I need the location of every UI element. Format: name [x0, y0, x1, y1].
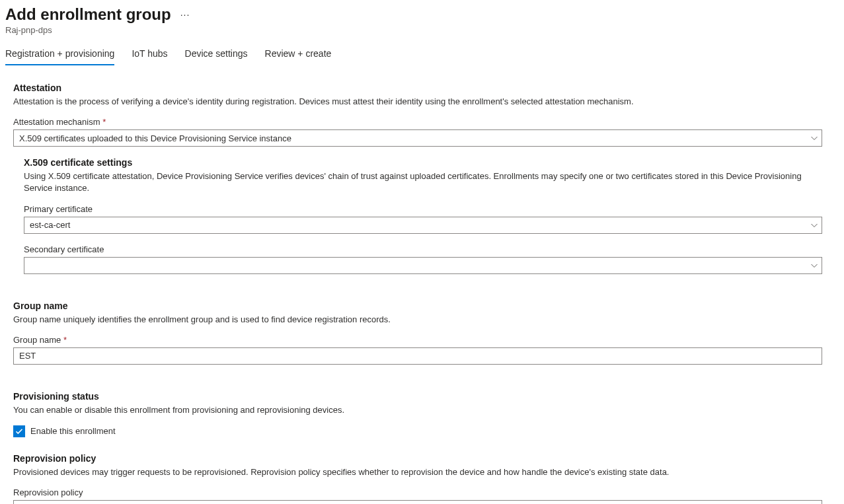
tab-device-settings[interactable]: Device settings [185, 44, 248, 65]
attestation-description: Attestation is the process of verifying … [13, 96, 822, 108]
group-name-label: Group name * [13, 335, 822, 345]
primary-certificate-label: Primary certificate [24, 204, 822, 214]
tab-bar: Registration + provisioning IoT hubs Dev… [5, 44, 830, 65]
reprovision-policy-select[interactable]: Reprovision device and migrate current s… [13, 500, 822, 504]
group-name-heading: Group name [13, 301, 822, 311]
enable-enrollment-checkbox[interactable] [13, 425, 25, 437]
tab-iot-hubs[interactable]: IoT hubs [132, 44, 167, 65]
more-actions-button[interactable]: ··· [180, 9, 190, 20]
reprovision-policy-label: Reprovision policy [13, 487, 822, 497]
attestation-mechanism-select[interactable]: X.509 certificates uploaded to this Devi… [13, 129, 822, 147]
page-title: Add enrollment group [5, 5, 171, 24]
group-name-description: Group name uniquely identifies the enrol… [13, 314, 822, 326]
group-name-input[interactable] [13, 347, 822, 365]
resource-name: Raj-pnp-dps [5, 25, 830, 35]
primary-certificate-select[interactable]: est-ca-cert [24, 217, 822, 234]
tab-review-create[interactable]: Review + create [265, 44, 332, 65]
attestation-heading: Attestation [13, 83, 822, 93]
provisioning-status-description: You can enable or disable this enrollmen… [13, 404, 822, 416]
provisioning-status-heading: Provisioning status [13, 391, 822, 402]
x509-settings-description: Using X.509 certificate attestation, Dev… [24, 170, 822, 194]
reprovision-policy-description: Provisioned devices may trigger requests… [13, 466, 822, 478]
tab-registration-provisioning[interactable]: Registration + provisioning [5, 44, 114, 65]
enable-enrollment-label: Enable this enrollment [30, 426, 116, 436]
secondary-certificate-label: Secondary certificate [24, 244, 822, 254]
x509-settings-heading: X.509 certificate settings [24, 157, 822, 168]
secondary-certificate-select[interactable] [24, 257, 822, 274]
attestation-mechanism-label: Attestation mechanism * [13, 117, 822, 127]
reprovision-policy-heading: Reprovision policy [13, 453, 822, 464]
